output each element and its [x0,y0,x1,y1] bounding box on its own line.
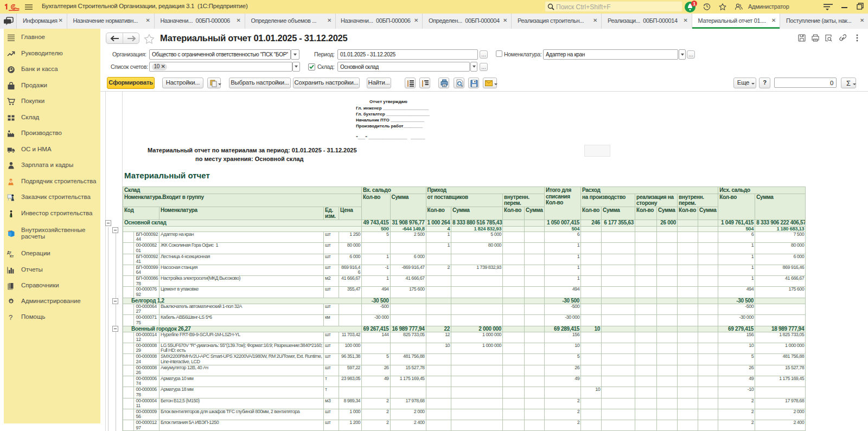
svg-text:1: 1 [693,1,696,7]
svg-text:Кт: Кт [10,254,14,258]
svg-text:?: ? [9,313,12,321]
